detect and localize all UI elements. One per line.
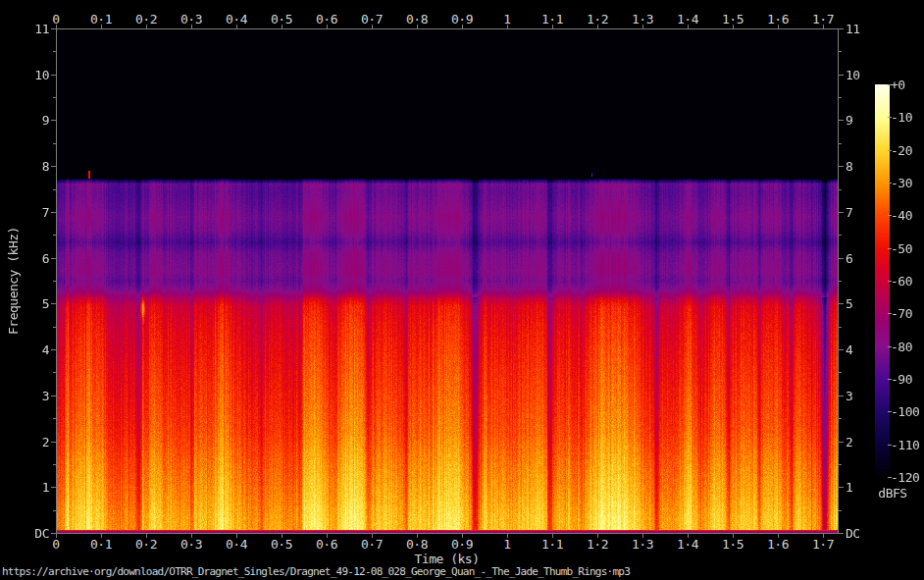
x-tick-label-top: 1·6 [756, 14, 799, 26]
x-tick-label-top: 0·2 [125, 14, 168, 26]
x-tick-label-top: 1·1 [531, 14, 574, 26]
x-tick-label-bottom: 1·5 [711, 539, 754, 551]
y-minor-tick-right [839, 51, 842, 52]
x-tick-label-top: 0·4 [215, 14, 258, 26]
x-tick-label-bottom: 1 [486, 539, 529, 551]
y-tick-left [51, 442, 56, 443]
x-tick-label-bottom: 0·8 [395, 539, 438, 551]
x-tick-label-top: 1·3 [621, 14, 664, 26]
y-tick-label-left: DC [18, 528, 49, 540]
y-tick-left [51, 120, 56, 121]
x-tick-label-bottom: 0·1 [79, 539, 123, 551]
y-tick-right [839, 28, 844, 29]
x-tick-label-top: 1·5 [711, 14, 754, 26]
y-minor-tick-right [839, 510, 842, 511]
y-tick-label-right: 11 [846, 24, 860, 35]
y-tick-label-right: 9 [846, 115, 852, 127]
y-minor-tick-right [839, 235, 842, 236]
y-tick-label-right: 8 [846, 161, 852, 173]
x-tick-label-top: 1·7 [801, 14, 845, 26]
y-tick-right [839, 487, 844, 488]
x-tick-label-top: 0·9 [440, 14, 484, 26]
x-tick-label-top: 0·7 [350, 14, 393, 26]
x-tick-label-bottom: 0·9 [440, 539, 484, 551]
y-axis-title: Frequency (kHz) [8, 227, 20, 335]
colorbar-tick-label: -110 [891, 440, 919, 451]
x-tick-label-top: 0·6 [305, 14, 348, 26]
x-tick-label-bottom: 0·2 [125, 539, 168, 551]
x-tick-label-bottom: 1·1 [531, 539, 574, 551]
x-tick-label-bottom: 0·6 [305, 539, 348, 551]
y-tick-left [51, 166, 56, 167]
y-tick-right [839, 166, 844, 167]
spectrogram-canvas [57, 29, 838, 533]
colorbar-tick-label: -30 [891, 178, 912, 189]
y-tick-right [839, 258, 844, 259]
x-tick-label-bottom: 0·4 [215, 539, 258, 551]
colorbar-tick-label: -40 [891, 210, 912, 222]
y-tick-label-right: 7 [846, 207, 852, 219]
y-minor-tick-left [53, 418, 56, 419]
colorbar-tick-label: -100 [891, 406, 919, 418]
y-tick-label-left: 4 [18, 344, 49, 356]
y-tick-right [839, 533, 844, 534]
y-tick-label-left: 11 [18, 24, 49, 35]
colorbar-tick-label: -120 [891, 472, 919, 484]
colorbar-tick-label: -20 [891, 145, 912, 157]
y-minor-tick-right [839, 418, 842, 419]
spectrogram-screen: 000·10·10·20·20·30·30·40·40·50·50·60·60·… [0, 0, 924, 580]
y-tick-label-left: 5 [18, 298, 49, 310]
y-minor-tick-left [53, 189, 56, 190]
y-minor-tick-left [53, 372, 56, 373]
x-tick-label-top: 1·4 [666, 14, 709, 26]
x-tick-label-top: 0·8 [395, 14, 438, 26]
x-tick-label-top: 1·2 [576, 14, 619, 26]
colorbar-tick-label: -70 [891, 308, 912, 320]
y-minor-tick-left [53, 281, 56, 282]
y-tick-right [839, 395, 844, 396]
x-axis-title: Time (ks) [56, 554, 838, 565]
y-minor-tick-left [53, 464, 56, 465]
y-tick-label-right: 4 [846, 344, 852, 356]
source-url: https://archive·org/download/OTRR_Dragne… [2, 566, 630, 578]
y-minor-tick-right [839, 372, 842, 373]
y-tick-label-left: 1 [18, 482, 49, 494]
y-tick-label-left: 9 [18, 115, 49, 127]
x-tick-label-bottom: 1·4 [666, 539, 709, 551]
x-tick-label-bottom: 0·7 [350, 539, 393, 551]
y-tick-right [839, 303, 844, 304]
y-tick-left [51, 487, 56, 488]
x-tick-label-bottom: 1·2 [576, 539, 619, 551]
colorbar-tick-label: -60 [891, 276, 912, 288]
y-tick-label-right: DC [846, 528, 860, 540]
x-tick-label-bottom: 1·3 [621, 539, 664, 551]
y-minor-tick-right [839, 464, 842, 465]
y-tick-right [839, 120, 844, 121]
y-tick-right [839, 75, 844, 76]
x-tick-label-bottom: 1·7 [801, 539, 845, 551]
y-tick-left [51, 395, 56, 396]
y-tick-left [51, 349, 56, 350]
y-tick-label-right: 5 [846, 298, 852, 310]
colorbar-tick-label: -10 [891, 112, 912, 124]
y-minor-tick-left [53, 51, 56, 52]
x-tick-label-top: 0·5 [260, 14, 303, 26]
x-tick-label-top: 0·1 [79, 14, 123, 26]
y-tick-label-right: 10 [846, 70, 860, 81]
x-tick-label-bottom: 0·3 [170, 539, 213, 551]
y-tick-right [839, 442, 844, 443]
y-tick-label-left: 2 [18, 437, 49, 448]
y-minor-tick-right [839, 281, 842, 282]
y-minor-tick-left [53, 510, 56, 511]
y-minor-tick-right [839, 189, 842, 190]
colorbar-tick-label: -80 [891, 342, 912, 353]
y-tick-right [839, 349, 844, 350]
y-tick-left [51, 75, 56, 76]
y-minor-tick-left [53, 327, 56, 328]
y-minor-tick-right [839, 97, 842, 98]
y-tick-left [51, 28, 56, 29]
x-tick-label-bottom: 0·5 [260, 539, 303, 551]
y-tick-label-left: 10 [18, 70, 49, 81]
colorbar-tick-label: +0 [891, 79, 905, 91]
y-tick-label-right: 6 [846, 253, 852, 265]
